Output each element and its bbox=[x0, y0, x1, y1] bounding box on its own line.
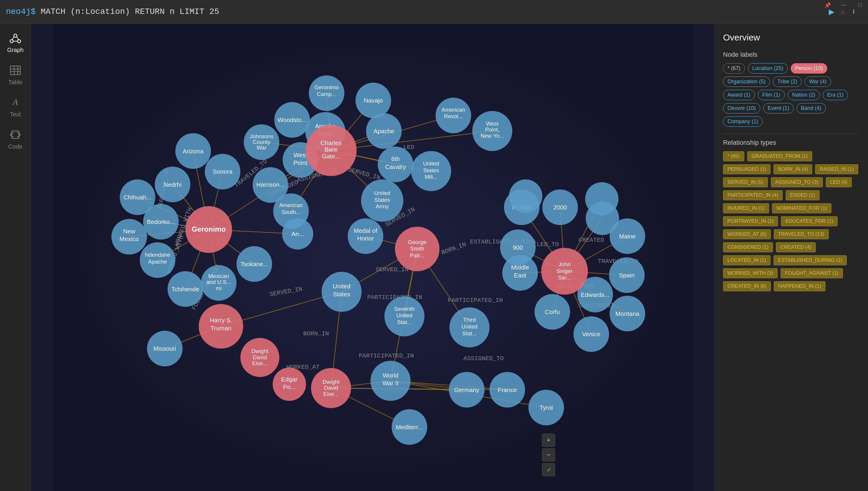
sidebar-code-label: Code bbox=[8, 143, 23, 150]
rel-injured-in[interactable]: INJURED_IN (1) bbox=[723, 203, 769, 213]
svg-rect-6 bbox=[10, 66, 20, 75]
svg-rect-12 bbox=[11, 131, 19, 138]
tag-oeuvre[interactable]: Oeuvre (10) bbox=[723, 103, 760, 113]
rel-nominated-for[interactable]: NOMINATED_FOR (1) bbox=[772, 203, 832, 213]
tag-film[interactable]: Film (1) bbox=[758, 90, 785, 100]
tag-person[interactable]: Person (10) bbox=[790, 63, 827, 74]
sidebar-item-graph[interactable]: Graph bbox=[0, 27, 31, 59]
zoom-out-button[interactable]: − bbox=[542, 449, 555, 461]
fit-button[interactable]: ⤢ bbox=[542, 463, 555, 476]
svg-text:Bedorko...: Bedorko... bbox=[147, 218, 175, 225]
zoom-in-button[interactable]: + bbox=[542, 434, 555, 447]
tag-band[interactable]: Band (4) bbox=[797, 103, 826, 113]
rel-persuaded[interactable]: PERSUADED (1) bbox=[723, 164, 771, 174]
svg-text:900: 900 bbox=[513, 244, 523, 251]
rel-led[interactable]: LED (4) bbox=[826, 177, 852, 187]
rel-worked-with[interactable]: WORKED_WITH (3) bbox=[723, 268, 778, 278]
tag-event[interactable]: Event (1) bbox=[763, 103, 794, 113]
pin-button[interactable]: 📌 bbox=[819, 0, 836, 10]
graph-area[interactable]: PERSUADED ASSIGNED_IN SERVED_IN SERVED_I… bbox=[31, 24, 714, 491]
rel-educates-for[interactable]: EDUCATES_FOR (1) bbox=[781, 216, 838, 226]
svg-text:Sonora: Sonora bbox=[213, 168, 232, 175]
sidebar-graph-label: Graph bbox=[7, 47, 24, 54]
svg-text:Missouri: Missouri bbox=[154, 345, 176, 352]
svg-text:United: United bbox=[397, 312, 412, 318]
svg-text:West: West bbox=[486, 120, 499, 127]
svg-text:Medal of: Medal of bbox=[354, 227, 377, 234]
query-display: neo4j$ MATCH (n:Location) RETURN n LIMIT… bbox=[6, 7, 862, 16]
panel-toggle[interactable]: › bbox=[557, 254, 562, 261]
section-divider bbox=[723, 134, 860, 134]
rel-participated-in[interactable]: PARTICIPATED_IN (4) bbox=[723, 190, 783, 200]
svg-text:War: War bbox=[256, 144, 267, 151]
rel-portrayed-in[interactable]: PORTRAYED_IN (1) bbox=[723, 216, 778, 226]
svg-text:Mexican: Mexican bbox=[209, 273, 229, 279]
svg-text:Point,: Point, bbox=[485, 126, 499, 133]
sidebar-item-table[interactable]: Table bbox=[0, 59, 31, 91]
rel-located-in[interactable]: LOCATED_IN (1) bbox=[723, 255, 771, 265]
rel-traveled-to[interactable]: TRAVELED_TO (13) bbox=[774, 229, 829, 239]
svg-text:Navajo: Navajo bbox=[364, 97, 383, 104]
tag-all[interactable]: * (67) bbox=[723, 63, 745, 74]
tag-location[interactable]: Location (25) bbox=[748, 63, 788, 74]
window-controls: 📌 ─ □ bbox=[819, 0, 868, 10]
tag-tribe[interactable]: Tribe (2) bbox=[773, 77, 802, 87]
svg-text:ASSIGNED_TO: ASSIGNED_TO bbox=[463, 355, 504, 362]
tag-award[interactable]: Award (1) bbox=[723, 90, 755, 100]
svg-text:South...: South... bbox=[281, 209, 301, 215]
svg-text:SERVED_IN: SERVED_IN bbox=[376, 266, 409, 273]
right-panel: Overview Node labels * (67) Location (25… bbox=[714, 24, 868, 491]
left-sidebar: Graph Table A Text Code bbox=[0, 24, 31, 491]
rel-established-during[interactable]: ESTABLISHED_DURING (1) bbox=[774, 255, 847, 265]
svg-text:Third: Third bbox=[463, 317, 476, 323]
tag-era[interactable]: Era (1) bbox=[823, 90, 848, 100]
rel-created[interactable]: CREATED (4) bbox=[776, 242, 816, 252]
svg-text:Apache: Apache bbox=[148, 259, 167, 265]
svg-text:Tsokane...: Tsokane... bbox=[240, 261, 268, 267]
svg-text:States: States bbox=[423, 167, 439, 173]
sidebar-item-text[interactable]: A Text bbox=[0, 91, 31, 123]
rel-raised-in[interactable]: RAISED_IN (1) bbox=[815, 164, 858, 174]
rel-ended[interactable]: ENDED (1) bbox=[786, 190, 819, 200]
svg-text:John: John bbox=[559, 261, 571, 267]
svg-text:BORN_IN: BORN_IN bbox=[303, 330, 329, 337]
rel-served-in[interactable]: SERVED_IN (5) bbox=[723, 177, 768, 187]
rel-assigned-to[interactable]: ASSIGNED_TO (3) bbox=[771, 177, 823, 187]
svg-text:Tchihende: Tchihende bbox=[172, 286, 199, 292]
svg-text:Smith: Smith bbox=[410, 246, 424, 252]
rel-happened-in[interactable]: HAPPENED_IN (1) bbox=[774, 281, 826, 291]
tag-organization[interactable]: Organization (5) bbox=[723, 77, 770, 87]
svg-text:Tyrol: Tyrol bbox=[540, 404, 553, 411]
maximize-button[interactable]: □ bbox=[852, 0, 868, 10]
graph-svg: PERSUADED ASSIGNED_IN SERVED_IN SERVED_I… bbox=[31, 24, 714, 491]
minimize-button[interactable]: ─ bbox=[836, 0, 852, 10]
sidebar-table-label: Table bbox=[8, 79, 23, 86]
rel-graduated[interactable]: GRADUATED_FROM (1) bbox=[747, 151, 812, 161]
tag-nation[interactable]: Nation (2) bbox=[788, 90, 820, 100]
tag-war[interactable]: War (4) bbox=[805, 77, 831, 87]
svg-text:David: David bbox=[324, 385, 338, 391]
tag-company[interactable]: Company (1) bbox=[723, 116, 763, 127]
sidebar-item-code[interactable]: Code bbox=[0, 123, 31, 155]
sidebar-text-label: Text bbox=[10, 111, 21, 118]
rel-created-in[interactable]: CREATED_IN (6) bbox=[723, 281, 771, 291]
svg-point-2 bbox=[18, 39, 21, 43]
zoom-controls: + − ⤢ bbox=[542, 434, 555, 476]
svg-text:Revol...: Revol... bbox=[444, 113, 463, 119]
svg-text:Bare: Bare bbox=[324, 146, 337, 153]
svg-text:United: United bbox=[461, 323, 477, 330]
svg-text:Mexico: Mexico bbox=[120, 235, 139, 242]
svg-text:LED_TO: LED_TO bbox=[537, 241, 559, 248]
svg-text:Geronimo: Geronimo bbox=[314, 84, 339, 90]
svg-text:Edgar: Edgar bbox=[281, 376, 297, 382]
rel-considered[interactable]: CONSIDERED (1) bbox=[723, 242, 773, 252]
rel-fought-against[interactable]: FOUGHT_AGAINST (1) bbox=[781, 268, 843, 278]
svg-point-1 bbox=[10, 39, 13, 43]
rel-born-in[interactable]: BORN_IN (4) bbox=[774, 164, 812, 174]
svg-text:Ndendahe: Ndendahe bbox=[145, 252, 170, 258]
svg-text:Eise...: Eise... bbox=[252, 360, 268, 366]
svg-text:Maine: Maine bbox=[619, 233, 636, 239]
rel-all[interactable]: * (65) bbox=[723, 151, 744, 161]
svg-text:American: American bbox=[442, 107, 465, 113]
rel-worked-at[interactable]: WORKED_AT (6) bbox=[723, 229, 771, 239]
